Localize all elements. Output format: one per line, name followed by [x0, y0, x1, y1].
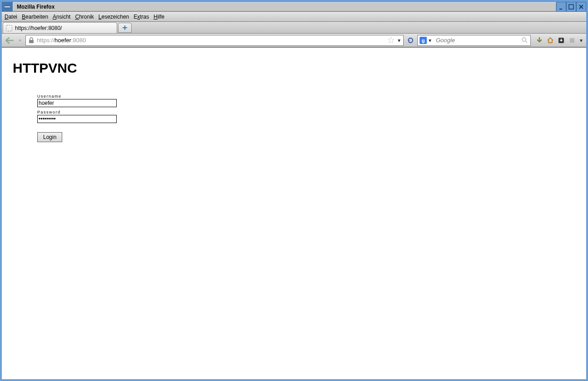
menu-extras[interactable]: Extras — [133, 14, 149, 20]
menu-chronik[interactable]: Chronik — [75, 14, 94, 20]
svg-rect-1 — [569, 5, 573, 9]
minimize-button[interactable] — [556, 2, 566, 12]
browser-window: Mozilla Firefox Datei Bearbeiten Ansicht… — [0, 0, 588, 381]
puzzle-icon — [569, 37, 575, 44]
downloads-button[interactable] — [534, 35, 544, 45]
close-button[interactable] — [576, 2, 586, 12]
username-label: Username — [37, 94, 119, 99]
search-go-icon[interactable] — [521, 37, 529, 44]
toolbar-extra-icons: ▾ — [534, 35, 584, 45]
search-engine-dropdown-icon[interactable]: ▾ — [429, 37, 433, 44]
forward-button[interactable] — [17, 35, 24, 46]
addon-button[interactable] — [567, 35, 577, 45]
menu-hilfe[interactable]: Hilfe — [153, 14, 164, 20]
page-content: HTTPVNC Username Password Login — [2, 48, 586, 151]
menu-ansicht[interactable]: Ansicht — [53, 14, 70, 20]
reload-icon — [407, 37, 414, 44]
download-box-icon — [558, 37, 564, 44]
url-bar[interactable]: https://hoefer:8080 ▾ — [25, 35, 404, 46]
search-input[interactable] — [435, 36, 519, 44]
plus-icon — [122, 25, 128, 30]
svg-rect-2 — [29, 40, 34, 43]
password-input[interactable] — [37, 115, 117, 123]
page-icon — [6, 25, 12, 31]
tab-label: https://hoefer:8080/ — [15, 25, 62, 31]
url-dropdown-icon[interactable]: ▾ — [397, 37, 401, 44]
search-box[interactable]: g ▾ — [417, 35, 531, 46]
url-text: https://hoefer:8080 — [37, 37, 386, 44]
system-menu-icon[interactable] — [2, 2, 13, 12]
maximize-button[interactable] — [566, 2, 576, 12]
username-input[interactable] — [37, 99, 117, 107]
search-engine-icon[interactable]: g — [420, 37, 427, 44]
lock-icon — [28, 37, 35, 44]
back-button[interactable] — [4, 35, 15, 46]
password-label: Password — [37, 110, 119, 114]
back-arrow-icon — [5, 37, 14, 44]
forward-arrow-icon — [18, 38, 23, 43]
menu-datei[interactable]: Datei — [5, 14, 17, 20]
svg-rect-5 — [570, 38, 574, 43]
bookmark-star-icon[interactable] — [388, 37, 395, 44]
toolbar-overflow-icon[interactable]: ▾ — [580, 37, 583, 44]
menubar: Datei Bearbeiten Ansicht Chronik Lesezei… — [2, 12, 586, 22]
login-button[interactable]: Login — [37, 132, 62, 142]
tab-active[interactable]: https://hoefer:8080/ — [3, 22, 117, 33]
reload-button[interactable] — [405, 35, 415, 45]
window-buttons — [556, 2, 586, 12]
new-tab-button[interactable] — [118, 23, 132, 33]
page-heading: HTTPVNC — [13, 60, 575, 76]
download-arrow-icon — [536, 37, 543, 44]
titlebar: Mozilla Firefox — [2, 2, 586, 12]
svg-rect-0 — [4, 6, 10, 8]
svg-point-3 — [522, 38, 526, 41]
home-button[interactable] — [545, 35, 555, 45]
page-viewport[interactable]: HTTPVNC Username Password Login — [2, 47, 586, 379]
menu-lesezeichen[interactable]: Lesezeichen — [99, 14, 129, 20]
download-indicator[interactable] — [556, 35, 566, 45]
window-title: Mozilla Firefox — [13, 2, 556, 11]
menu-bearbeiten[interactable]: Bearbeiten — [22, 14, 48, 20]
login-form: Username Password Login — [37, 94, 119, 142]
tab-strip: https://hoefer:8080/ — [2, 22, 586, 34]
nav-toolbar: https://hoefer:8080 ▾ g ▾ — [2, 34, 586, 47]
home-icon — [547, 37, 554, 44]
